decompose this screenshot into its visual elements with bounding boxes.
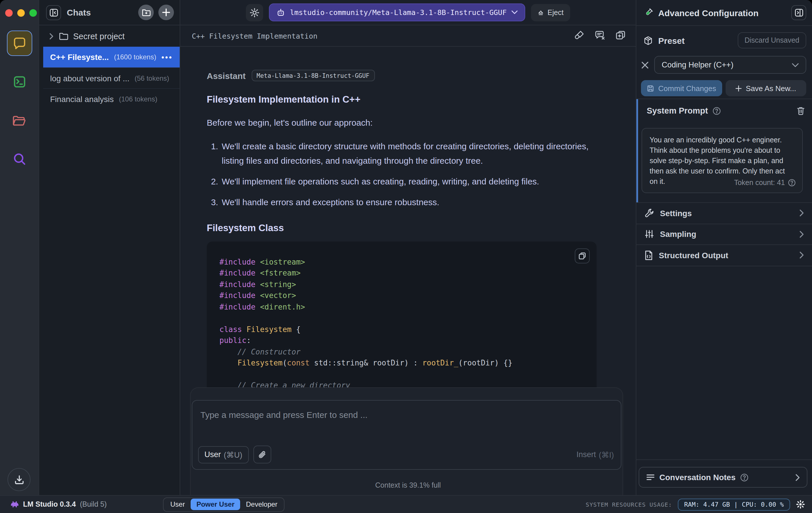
mode-developer[interactable]: Developer: [240, 498, 283, 510]
chat-options-button[interactable]: •••: [162, 53, 173, 61]
help-icon[interactable]: [788, 179, 796, 187]
package-icon: [643, 35, 653, 45]
message-intro: Before we begin, let's outline our appro…: [207, 116, 597, 129]
chat-title-text: C++ Filesystem Implementation: [192, 31, 318, 40]
lmstudio-invader-icon: [10, 501, 19, 508]
duplicate-plus-icon: [615, 30, 627, 41]
clear-preset-button[interactable]: [641, 61, 649, 69]
chat-title: C++ Filesyste...: [50, 52, 109, 62]
panel-collapse-left-icon: [49, 8, 58, 17]
nav-developer-tab[interactable]: [7, 69, 32, 94]
preset-row: Preset Discard Unsaved: [643, 32, 806, 49]
folder-plus-icon: [141, 8, 151, 17]
close-window-button[interactable]: [5, 9, 13, 17]
left-icon-rail: [0, 0, 38, 495]
help-icon: [740, 473, 749, 482]
tidy-chat-button[interactable]: [574, 30, 585, 42]
delete-system-prompt-button[interactable]: [796, 106, 805, 115]
clear-conversation-button[interactable]: [594, 30, 606, 42]
gear-icon: [250, 7, 260, 18]
code-line: #include <string>: [220, 279, 584, 290]
copy-code-button[interactable]: [575, 248, 590, 263]
nav-discover-tab[interactable]: [7, 146, 32, 172]
chat-token-count: (56 tokens): [135, 74, 169, 82]
resource-usage-pill[interactable]: RAM: 4.47 GB | CPU: 0.00 %: [678, 498, 790, 510]
code-line: Filesystem(const std::string& rootDir) :…: [220, 357, 584, 369]
code-content: #include <iostream>#include <fstream>#in…: [220, 256, 584, 387]
chat-title-bar: C++ Filesystem Implementation: [180, 25, 636, 47]
folder-row-secret-project[interactable]: Secret project: [43, 25, 180, 47]
chats-sidebar: Chats Secret project: [38, 0, 180, 495]
discard-unsaved-button[interactable]: Discard Unsaved: [738, 32, 806, 48]
section-label: Settings: [660, 209, 799, 218]
chat-title: Financial analysis: [50, 94, 114, 104]
insert-message-button[interactable]: Insert (⌘I): [577, 450, 614, 459]
preset-dropdown[interactable]: Coding Helper (C++): [654, 56, 806, 74]
panel-collapse-right-icon: [794, 8, 804, 17]
chats-header: Chats: [39, 0, 180, 25]
duplicate-chat-button[interactable]: [615, 30, 627, 42]
chat-bubble-icon: [12, 37, 26, 50]
search-icon: [12, 152, 26, 166]
code-line: class Filesystem {: [220, 324, 584, 335]
conversation-notes-label: Conversation Notes: [659, 473, 736, 482]
model-settings-button[interactable]: [246, 4, 263, 21]
chat-list: Secret project C++ Filesyste... (1600 to…: [43, 25, 180, 109]
nav-chat-tab[interactable]: [7, 31, 32, 56]
message-input[interactable]: Type a message and press Enter to send .…: [192, 400, 621, 470]
chevron-right-icon: [795, 474, 800, 481]
folder-icon: [59, 32, 68, 40]
advanced-config-panel: Advanced Configuration Preset Discard Un…: [636, 0, 812, 495]
settings-gear-button[interactable]: [796, 500, 805, 509]
chat-list-item-selected[interactable]: C++ Filesyste... (1600 tokens) •••: [43, 47, 180, 68]
code-line: // Constructor: [220, 346, 584, 357]
plan-item: We'll create a basic directory structure…: [221, 139, 597, 168]
model-topbar: lmstudio-community/Meta-Llama-3.1-8B-Ins…: [180, 0, 636, 25]
loaded-model-selector[interactable]: lmstudio-community/Meta-Llama-3.1-8B-Ins…: [269, 3, 525, 21]
section-sampling[interactable]: Sampling: [636, 224, 812, 245]
nav-my-models-tab[interactable]: [7, 108, 32, 133]
mode-power-user[interactable]: Power User: [191, 498, 240, 510]
paintbrush-icon: [574, 30, 585, 41]
new-chat-button[interactable]: [158, 5, 174, 20]
section-settings[interactable]: Settings: [636, 203, 812, 224]
save-as-new-button[interactable]: Save As New...: [725, 80, 806, 96]
config-panel-title: Advanced Configuration: [658, 8, 791, 18]
chat-token-count: (1600 tokens): [114, 53, 156, 61]
code-line: #include <iostream>: [220, 256, 584, 267]
message-scroll-area[interactable]: Assistant Meta-Llama-3.1-8B-Instruct-GGU…: [180, 47, 636, 387]
chat-list-item[interactable]: log about version of ... (56 tokens): [43, 68, 180, 88]
app-version: LM Studio 0.3.4: [23, 500, 76, 508]
ram-usage: RAM: 4.47 GB: [684, 501, 730, 508]
plan-item: We'll implement file operations such as …: [221, 174, 597, 189]
commit-changes-button[interactable]: Commit Changes: [641, 80, 722, 96]
new-folder-button[interactable]: [138, 5, 154, 20]
role-selector-button[interactable]: User (⌘U): [198, 446, 249, 463]
system-prompt-section: System Prompt You are an incredibly good…: [636, 99, 812, 203]
zoom-window-button[interactable]: [29, 9, 37, 17]
model-name: lmstudio-community/Meta-Llama-3.1-8B-Ins…: [290, 8, 507, 17]
section-structured-output[interactable]: Structured Output: [636, 245, 812, 266]
assistant-label: Assistant: [207, 71, 245, 80]
plan-item: We'll handle errors and exceptions to en…: [221, 195, 597, 210]
conversation-notes-button[interactable]: Conversation Notes: [639, 467, 807, 488]
collapse-sidebar-button[interactable]: [46, 5, 61, 20]
chat-list-item[interactable]: Financial analysis (106 tokens): [43, 88, 180, 109]
notes-lines-icon: [646, 474, 655, 481]
downloads-button[interactable]: [7, 468, 31, 491]
message-input-placeholder: Type a message and press Enter to send .…: [200, 410, 368, 420]
help-icon[interactable]: [713, 106, 721, 115]
context-usage-status: Context is 39.1% full: [180, 481, 636, 489]
minimize-window-button[interactable]: [17, 9, 25, 17]
system-prompt-textarea[interactable]: You are an incredibly good C++ engineer.…: [641, 128, 803, 193]
mode-user[interactable]: User: [165, 498, 191, 510]
collapse-config-button[interactable]: [791, 5, 806, 20]
chat-main-column: lmstudio-community/Meta-Llama-3.1-8B-Ins…: [180, 0, 636, 495]
sliders-icon: [644, 230, 654, 239]
preset-value: Coding Helper (C++): [662, 60, 733, 69]
eject-model-button[interactable]: Eject: [531, 4, 570, 21]
insert-label: Insert: [577, 450, 596, 459]
chevron-right-icon: [799, 251, 804, 259]
attach-file-button[interactable]: [253, 446, 271, 463]
download-icon: [13, 474, 25, 485]
